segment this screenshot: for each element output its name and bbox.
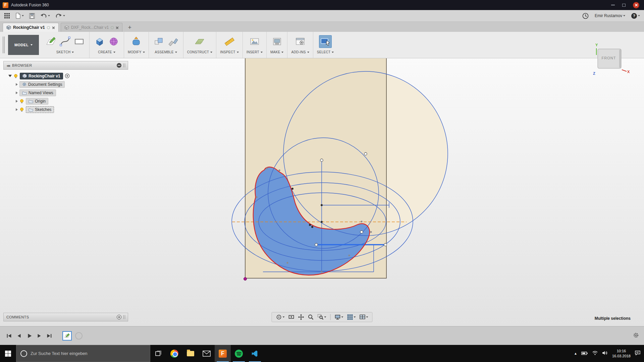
- extrude-button[interactable]: [93, 35, 106, 48]
- model-viewport[interactable]: ◂◂ BROWSER RockingChair v1: [0, 58, 644, 326]
- construct-plane-button[interactable]: [193, 35, 206, 48]
- tree-root-row[interactable]: RockingChair v1: [3, 72, 128, 80]
- expand-arrow-icon[interactable]: [16, 83, 18, 86]
- ribbon-group-label[interactable]: SKETCH: [56, 50, 74, 54]
- select-tool-button[interactable]: [319, 35, 332, 48]
- wifi-icon[interactable]: [592, 351, 598, 357]
- joint-button[interactable]: [167, 35, 179, 48]
- bulb-icon[interactable]: [13, 74, 18, 78]
- bulb-icon[interactable]: [19, 107, 24, 112]
- press-pull-button[interactable]: [130, 35, 143, 48]
- minimize-button[interactable]: [611, 5, 615, 5]
- timeline-play-button[interactable]: [25, 331, 34, 340]
- redo-button[interactable]: [55, 13, 65, 18]
- tab-close-icon[interactable]: [116, 26, 119, 29]
- timeline-settings-gear-icon[interactable]: [633, 332, 639, 340]
- taskbar-search[interactable]: [16, 345, 150, 362]
- taskbar-clock[interactable]: 10:16 16.03.2018: [612, 349, 631, 358]
- orbit-button[interactable]: [275, 313, 286, 321]
- toolbar-grip[interactable]: [3, 37, 5, 53]
- pan-button[interactable]: [297, 313, 306, 321]
- panel-minimize-icon[interactable]: [117, 63, 121, 68]
- grid-snap-button[interactable]: [346, 313, 357, 321]
- battery-icon[interactable]: [581, 351, 588, 357]
- tray-expand-icon[interactable]: ▲: [574, 352, 577, 355]
- expand-arrow-icon[interactable]: [16, 92, 18, 94]
- maximize-button[interactable]: [622, 4, 626, 7]
- tree-item-named-views[interactable]: Named Views: [3, 88, 128, 97]
- timeline-step-forward-button[interactable]: [35, 331, 44, 340]
- close-button[interactable]: [633, 2, 639, 8]
- ribbon-group-label[interactable]: ASSEMBLE: [155, 50, 177, 54]
- zoom-button[interactable]: [307, 313, 315, 321]
- insert-image-button[interactable]: [248, 35, 261, 48]
- expand-arrow-icon[interactable]: [16, 100, 18, 103]
- search-input[interactable]: [31, 351, 138, 356]
- notification-center-icon[interactable]: [635, 350, 641, 357]
- ribbon-group-label[interactable]: SELECT: [317, 50, 334, 54]
- timeline-sketch-feature[interactable]: [62, 331, 72, 341]
- timeline-go-to-end-button[interactable]: [45, 331, 54, 340]
- expand-arrow-icon[interactable]: [16, 108, 18, 111]
- file-menu-button[interactable]: [15, 13, 24, 19]
- addins-button[interactable]: [294, 35, 307, 48]
- task-view-button[interactable]: [150, 345, 166, 362]
- panel-grip[interactable]: [123, 315, 125, 319]
- panel-grip[interactable]: [123, 63, 125, 67]
- collapse-panel-icon[interactable]: ◂◂: [6, 63, 9, 68]
- new-component-button[interactable]: [153, 35, 165, 48]
- create-form-button[interactable]: [107, 35, 120, 48]
- measure-button[interactable]: [223, 35, 236, 48]
- make-button[interactable]: [271, 35, 283, 48]
- origin-point[interactable]: [244, 278, 247, 281]
- timeline-go-to-start-button[interactable]: [5, 331, 13, 340]
- undo-button[interactable]: [40, 13, 50, 18]
- ribbon-group-label[interactable]: MAKE: [270, 50, 284, 54]
- timeline-step-back-button[interactable]: [15, 331, 23, 340]
- activate-component-icon[interactable]: [65, 73, 70, 78]
- tree-item-document-settings[interactable]: Document Settings: [3, 80, 128, 88]
- display-settings-button[interactable]: [333, 313, 345, 321]
- timeline-ghost-feature[interactable]: [75, 332, 83, 340]
- spotify-icon[interactable]: [231, 345, 247, 362]
- ribbon-group-label[interactable]: ADD-INS: [291, 50, 309, 54]
- vscode-icon[interactable]: [247, 345, 263, 362]
- ribbon-group-inspect: INSPECT: [216, 32, 243, 58]
- rectangle-tool-button[interactable]: [73, 35, 86, 48]
- tab-close-icon[interactable]: [52, 26, 55, 29]
- start-button[interactable]: [0, 345, 16, 362]
- comments-expand-icon[interactable]: [117, 315, 121, 319]
- workspace-selector[interactable]: MODEL: [8, 35, 39, 55]
- bulb-icon[interactable]: [19, 99, 24, 104]
- new-tab-button[interactable]: +: [126, 23, 133, 32]
- tree-item-sketches[interactable]: Sketches: [3, 105, 128, 114]
- ribbon-group-label[interactable]: CREATE: [98, 50, 115, 54]
- chrome-icon[interactable]: [166, 345, 182, 362]
- viewports-button[interactable]: [358, 313, 370, 321]
- user-account-menu[interactable]: Emir Rustamov: [595, 13, 625, 18]
- root-component-chip[interactable]: RockingChair v1: [20, 73, 63, 79]
- tab-dxf-rockingchair[interactable]: DXF_Rock...Chair v1: [61, 23, 123, 32]
- look-at-button[interactable]: [287, 313, 296, 321]
- help-menu-button[interactable]: ?: [631, 13, 640, 19]
- zoom-window-button[interactable]: [316, 313, 328, 321]
- spline-tool-button[interactable]: [59, 35, 71, 48]
- apps-grid-icon[interactable]: [4, 13, 10, 19]
- tree-item-origin[interactable]: Origin: [3, 97, 128, 105]
- ribbon-group-label[interactable]: CONSTRUCT: [187, 50, 212, 54]
- tab-rockingchair[interactable]: RockingChair v1: [3, 23, 59, 32]
- job-status-clock-icon[interactable]: [582, 13, 589, 19]
- comments-panel[interactable]: COMMENTS: [3, 313, 128, 321]
- volume-icon[interactable]: [602, 351, 608, 357]
- file-explorer-icon[interactable]: [182, 345, 199, 362]
- ribbon-group-label[interactable]: MODIFY: [128, 50, 145, 54]
- expand-arrow-icon[interactable]: [8, 75, 12, 77]
- ribbon-group-label[interactable]: INSPECT: [220, 50, 238, 54]
- mail-icon[interactable]: [199, 345, 215, 362]
- ribbon-group-label[interactable]: INSERT: [247, 50, 263, 54]
- fusion360-taskbar-icon[interactable]: F: [215, 345, 231, 362]
- browser-header[interactable]: ◂◂ BROWSER: [3, 61, 128, 70]
- viewcube[interactable]: FRONT Y X Z: [584, 43, 631, 76]
- save-button[interactable]: [29, 13, 35, 19]
- create-sketch-button[interactable]: [45, 35, 57, 48]
